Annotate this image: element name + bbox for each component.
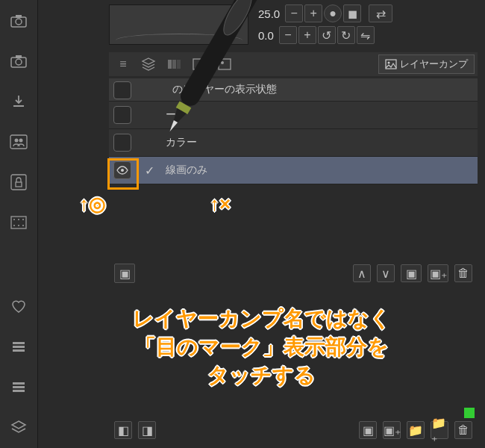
download-icon[interactable] (5, 88, 32, 115)
visibility-toggle-all[interactable] (113, 81, 131, 99)
new-layer-button[interactable]: ▣ (359, 421, 377, 439)
svg-rect-6 (10, 135, 27, 149)
new-folder-button[interactable]: 📁 (407, 421, 425, 439)
folder-plus-button[interactable]: 📁₊ (431, 421, 448, 439)
color-history-tab-icon[interactable] (163, 55, 185, 74)
svg-rect-28 (219, 59, 231, 69)
flip-icon[interactable]: ⇋ (357, 26, 375, 44)
rotate-left-icon[interactable]: ↺ (318, 26, 336, 44)
lock-icon[interactable] (5, 169, 32, 196)
list-icon[interactable] (5, 333, 32, 360)
layer-comp-name[interactable]: ー (163, 108, 478, 122)
svg-rect-19 (13, 346, 25, 348)
svg-rect-11 (11, 217, 26, 228)
svg-point-4 (16, 59, 22, 65)
panel-button[interactable]: ◧ (114, 421, 132, 439)
svg-point-14 (22, 219, 24, 220)
svg-rect-21 (13, 382, 25, 385)
autoaction-tab-icon[interactable] (213, 55, 236, 74)
layers-tab-icon[interactable] (137, 55, 160, 74)
grid-icon[interactable] (5, 209, 32, 236)
new-comp-plus-button[interactable]: ▣₊ (428, 264, 448, 282)
move-up-button[interactable]: ∧ (353, 264, 371, 282)
tone-tab-icon[interactable] (188, 55, 210, 74)
delete-layer-button[interactable]: 🗑 (454, 421, 472, 439)
new-comp-button[interactable]: ▣ (401, 264, 422, 282)
heart-icon[interactable] (5, 293, 32, 320)
color-indicator (464, 408, 475, 418)
layer-comp-name[interactable]: 線画のみ (163, 164, 478, 177)
svg-point-13 (18, 219, 19, 220)
layer-comp-row[interactable]: カラー (109, 129, 478, 157)
panel-button[interactable]: ◨ (138, 421, 156, 439)
layer-comp-icon (385, 59, 397, 69)
svg-point-1 (16, 19, 22, 25)
svg-rect-22 (13, 386, 25, 388)
move-down-button[interactable]: ∨ (377, 264, 395, 282)
svg-rect-2 (16, 15, 22, 18)
camera-icon[interactable] (5, 7, 32, 34)
brush-curve[interactable] (109, 4, 248, 45)
square-icon[interactable]: ◼ (343, 4, 361, 22)
decrease-button[interactable]: − (279, 26, 297, 44)
svg-rect-26 (177, 60, 181, 69)
circle-icon[interactable]: ● (324, 4, 342, 22)
layer-comp-name[interactable]: カラー (163, 136, 478, 149)
svg-rect-20 (13, 349, 25, 352)
svg-rect-25 (172, 60, 176, 69)
menu-icon[interactable]: ≡ (112, 55, 134, 74)
svg-point-31 (388, 62, 390, 64)
svg-rect-24 (168, 60, 172, 69)
svg-point-7 (15, 139, 19, 143)
visibility-toggle[interactable] (113, 134, 131, 152)
svg-rect-27 (193, 59, 205, 69)
camera-icon[interactable] (5, 48, 32, 75)
brush-size-value: 25.0 (258, 7, 280, 20)
list-icon[interactable] (5, 373, 32, 400)
layers-icon[interactable] (5, 414, 32, 441)
svg-point-12 (13, 219, 15, 220)
delete-button[interactable]: 🗑 (454, 264, 472, 282)
link-icon[interactable]: ⇄ (369, 4, 392, 22)
svg-point-17 (22, 225, 24, 226)
increase-button[interactable]: + (298, 26, 316, 44)
svg-rect-18 (13, 342, 25, 344)
highlight-box (107, 158, 139, 190)
svg-rect-5 (16, 55, 22, 58)
increase-button[interactable]: + (304, 4, 322, 22)
apply-comp-button[interactable]: ▣ (114, 264, 135, 283)
svg-point-15 (13, 225, 15, 226)
rotate-right-icon[interactable]: ↻ (337, 26, 355, 44)
annotation-caption: レイヤーカンプ名ではなく 「目のマーク」表示部分を タッチする (38, 305, 485, 389)
brush-opacity-value: 0.0 (258, 29, 274, 42)
svg-point-16 (18, 225, 19, 226)
annotation-bad: ↑× (210, 193, 231, 216)
svg-rect-10 (16, 182, 22, 187)
svg-rect-23 (13, 390, 25, 392)
checkmark-icon: ✓ (136, 164, 163, 178)
new-layer-plus-button[interactable]: ▣₊ (383, 421, 401, 439)
tab-label: レイヤーカンプ (400, 57, 468, 71)
svg-point-8 (19, 139, 23, 143)
svg-point-29 (221, 61, 224, 64)
visibility-toggle[interactable] (113, 106, 131, 124)
decrease-button[interactable]: − (285, 4, 303, 22)
people-icon[interactable] (5, 128, 32, 155)
tab-layer-comp[interactable]: レイヤーカンプ (378, 55, 475, 74)
layer-comp-row[interactable]: ー (109, 102, 478, 129)
annotation-good: ↑◎ (79, 193, 106, 216)
layer-comp-row[interactable]: ✓ 線画のみ (109, 157, 478, 184)
list-header: のレイヤーの表示状態 (109, 78, 478, 102)
